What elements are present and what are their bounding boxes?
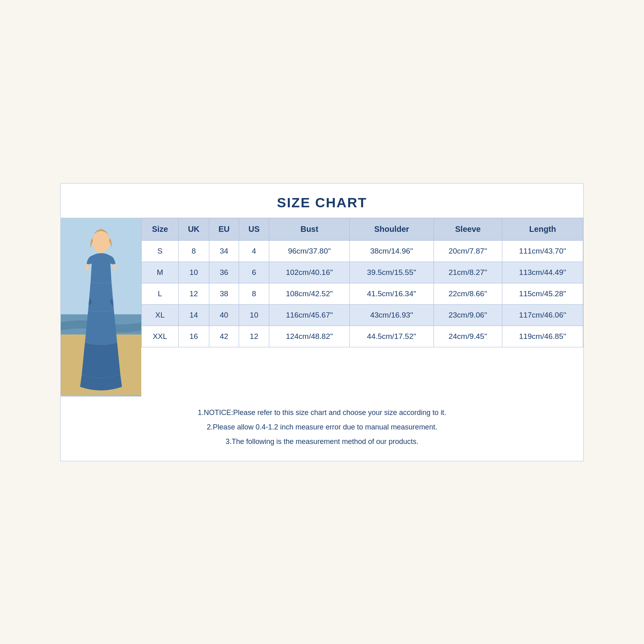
col-eu: EU — [209, 218, 239, 240]
table-cell: 10 — [178, 262, 209, 283]
table-cell: 111cm/43.70'' — [502, 240, 583, 262]
size-chart-title: SIZE CHART — [61, 184, 583, 218]
size-table-container: Size UK EU US Bust Shoulder Sleeve Lengt… — [141, 218, 583, 396]
col-length: Length — [502, 218, 583, 240]
table-cell: 117cm/46.06'' — [502, 304, 583, 326]
col-sleeve: Sleeve — [433, 218, 502, 240]
table-cell: 43cm/16.93'' — [350, 304, 433, 326]
table-cell: 38cm/14.96'' — [350, 240, 433, 262]
table-cell: 10 — [239, 304, 269, 326]
table-cell: 36 — [209, 262, 239, 283]
table-cell: 6 — [239, 262, 269, 283]
table-cell: L — [142, 283, 179, 304]
notice-line: 2.Please allow 0.4-1.2 inch measure erro… — [77, 420, 567, 434]
table-cell: 12 — [239, 326, 269, 347]
table-cell: 39.5cm/15.55'' — [350, 262, 433, 283]
chart-body: Size UK EU US Bust Shoulder Sleeve Lengt… — [61, 218, 583, 396]
notice-line: 3.The following is the measurement metho… — [77, 434, 567, 449]
col-uk: UK — [178, 218, 209, 240]
table-row: M10366102cm/40.16''39.5cm/15.55''21cm/8.… — [142, 262, 583, 283]
table-cell: 14 — [178, 304, 209, 326]
table-cell: 41.5cm/16.34'' — [350, 283, 433, 304]
table-cell: 40 — [209, 304, 239, 326]
table-cell: 38 — [209, 283, 239, 304]
table-cell: 8 — [178, 240, 209, 262]
table-cell: 115cm/45.28'' — [502, 283, 583, 304]
table-cell: 24cm/9.45'' — [433, 326, 502, 347]
table-cell: 108cm/42.52'' — [269, 283, 350, 304]
col-bust: Bust — [269, 218, 350, 240]
table-cell: 16 — [178, 326, 209, 347]
size-chart-card: SIZE CHART — [60, 183, 584, 461]
col-size: Size — [142, 218, 179, 240]
table-cell: 34 — [209, 240, 239, 262]
table-header-row: Size UK EU US Bust Shoulder Sleeve Lengt… — [142, 218, 583, 240]
table-cell: 119cm/46.85'' — [502, 326, 583, 347]
table-cell: XXL — [142, 326, 179, 347]
size-table: Size UK EU US Bust Shoulder Sleeve Lengt… — [141, 218, 583, 347]
col-us: US — [239, 218, 269, 240]
col-shoulder: Shoulder — [350, 218, 433, 240]
table-cell: 124cm/48.82'' — [269, 326, 350, 347]
table-cell: 23cm/9.06'' — [433, 304, 502, 326]
table-row: L12388108cm/42.52''41.5cm/16.34''22cm/8.… — [142, 283, 583, 304]
table-cell: 116cm/45.67'' — [269, 304, 350, 326]
table-row: S834496cm/37.80''38cm/14.96''20cm/7.87''… — [142, 240, 583, 262]
table-cell: 96cm/37.80'' — [269, 240, 350, 262]
table-row: XL144010116cm/45.67''43cm/16.93''23cm/9.… — [142, 304, 583, 326]
table-cell: 4 — [239, 240, 269, 262]
table-cell: 44.5cm/17.52'' — [350, 326, 433, 347]
table-cell: 21cm/8.27'' — [433, 262, 502, 283]
table-cell: 102cm/40.16'' — [269, 262, 350, 283]
table-cell: XL — [142, 304, 179, 326]
svg-point-4 — [92, 231, 110, 252]
table-cell: M — [142, 262, 179, 283]
notice-line: 1.NOTICE:Please refer to this size chart… — [77, 405, 567, 420]
table-cell: S — [142, 240, 179, 262]
table-cell: 20cm/7.87'' — [433, 240, 502, 262]
table-cell: 42 — [209, 326, 239, 347]
dress-image — [61, 218, 141, 396]
notices-section: 1.NOTICE:Please refer to this size chart… — [61, 396, 583, 449]
table-cell: 113cm/44.49'' — [502, 262, 583, 283]
table-cell: 8 — [239, 283, 269, 304]
table-cell: 22cm/8.66'' — [433, 283, 502, 304]
table-row: XXL164212124cm/48.82''44.5cm/17.52''24cm… — [142, 326, 583, 347]
table-cell: 12 — [178, 283, 209, 304]
